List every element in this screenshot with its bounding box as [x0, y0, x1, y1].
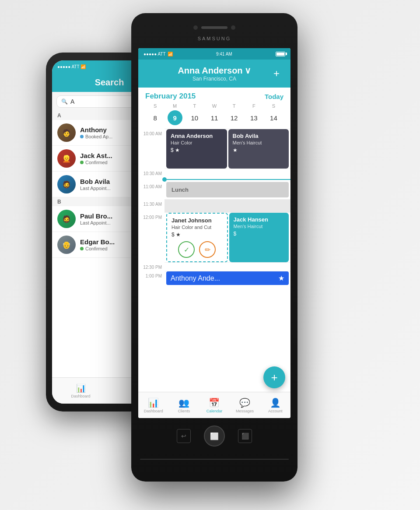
header-add-button[interactable]: + — [270, 67, 284, 81]
schedule-area: 10:00 AM Anna Anderson Hair Color $ ★ Bo… — [138, 129, 290, 398]
search-value: A — [70, 98, 74, 105]
status-dot — [80, 135, 84, 138]
appointment-anthony[interactable]: Anthony Ande... ★ — [166, 271, 289, 285]
time-label-1pm: 1:00 PM — [138, 271, 164, 278]
date-9-active[interactable]: 9 — [168, 110, 182, 125]
nav-label-dashboard: Dashboard — [71, 394, 90, 398]
date-10[interactable]: 10 — [187, 110, 202, 125]
day-label-f: F — [246, 103, 261, 109]
nav-label: Dashboard — [144, 409, 163, 413]
battery-icon — [276, 52, 285, 56]
calendar-day-labels: S M T W T F S — [138, 103, 290, 109]
header-client-name: Anna Anderson — [178, 66, 242, 76]
edit-button[interactable]: ✏ — [199, 241, 216, 258]
slot-1130am — [164, 199, 290, 212]
nav-item-account[interactable]: 👤 Account — [260, 392, 290, 418]
appt-service: Hair Color — [171, 140, 223, 145]
calendar-dates: 8 9 10 11 12 13 14 — [138, 109, 290, 129]
slot-12pm: Janet Johnson Hair Color and Cut $ ★ ✓ ✏… — [164, 212, 290, 262]
avatar: 🧔 — [57, 175, 76, 193]
time-slot-1230pm: 12:30 PM — [138, 262, 290, 271]
day-label-t1: T — [187, 103, 202, 109]
time-slot-1130am: 11:30 AM — [138, 199, 290, 212]
calendar-month: February 2015 — [145, 92, 196, 101]
nav-item-messages[interactable]: 💬 Messages — [230, 392, 260, 418]
day-label-m: M — [168, 103, 182, 109]
appointment-jack-hansen[interactable]: Jack Hansen Men's Haircut $ — [229, 213, 289, 262]
samsung-bottom-nav: 📊 Dashboard 👥 Clients 📅 Calendar 💬 Messa… — [138, 392, 290, 418]
lunch-block: Lunch — [166, 182, 289, 197]
date-11[interactable]: 11 — [207, 110, 222, 125]
scene: ●●●●● ATT 📶 Search 🔍 A A 🧑 — [0, 0, 420, 510]
time-dot — [162, 177, 167, 182]
current-time-indicator — [138, 177, 290, 182]
appointment-bob-avila[interactable]: Bob Avila Men's Haircut ★ — [228, 129, 289, 169]
appt-service: Men's Haircut — [233, 140, 285, 145]
time-slot-1pm: 1:00 PM Anthony Ande... ★ — [138, 271, 290, 288]
calendar-icon: 📅 — [209, 397, 220, 408]
app-header-name[interactable]: Anna Anderson ∨ — [178, 65, 251, 76]
time-slot-12pm: 12:00 PM Janet Johnson Hair Color and Cu… — [138, 212, 290, 262]
android-time: 9:41 AM — [216, 52, 232, 56]
nav-item-clients[interactable]: 👥 Clients — [169, 392, 200, 418]
nav-item-dashboard[interactable]: 📊 Dashboard — [138, 392, 169, 418]
slot-10am: Anna Anderson Hair Color $ ★ Bob Avila M… — [164, 129, 290, 169]
time-line — [167, 179, 290, 180]
sensor-dot — [231, 25, 235, 30]
time-label-1030am: 10:30 AM — [138, 169, 164, 176]
header-location: San Francisco, CA — [178, 76, 251, 82]
header-center: Anna Anderson ∨ San Francisco, CA — [178, 65, 251, 82]
iphone-header-title: Search — [95, 77, 124, 88]
avatar: 🧑 — [57, 123, 76, 142]
slot-1pm: Anthony Ande... ★ — [164, 271, 290, 288]
samsung-brand-label: SAMSUNG — [198, 36, 231, 41]
action-icons: ✓ ✏ — [172, 241, 223, 258]
date-13[interactable]: 13 — [246, 110, 261, 125]
time-slot-1030am: 10:30 AM — [138, 169, 290, 177]
android-status-bar: ●●●●● ATT 📶 9:41 AM — [138, 48, 290, 60]
time-label-1230pm: 12:30 PM — [138, 262, 164, 270]
home-button[interactable]: ⬜ — [204, 426, 225, 447]
nav-label: Calendar — [206, 409, 223, 413]
time-slot-11am: 11:00 AM Lunch — [138, 182, 290, 199]
nav-item-calendar[interactable]: 📅 Calendar — [199, 392, 230, 418]
calendar-today-button[interactable]: Today — [265, 93, 284, 100]
samsung-camera-area — [193, 25, 235, 30]
date-12[interactable]: 12 — [227, 110, 242, 125]
appt-icons: $ ★ — [171, 147, 223, 153]
day-label-s1: S — [148, 103, 163, 109]
appt-client-name: Jack Hansen — [234, 216, 285, 223]
date-8[interactable]: 8 — [148, 110, 163, 125]
add-icon: + — [273, 67, 280, 80]
appt-service: Men's Haircut — [234, 224, 285, 229]
recents-button[interactable]: ⬛ — [238, 429, 252, 443]
nav-label: Clients — [178, 409, 190, 413]
samsung-device: SAMSUNG ●●●●● ATT 📶 9:41 AM — [131, 13, 298, 482]
status-left: ●●●●● ATT 📶 — [144, 52, 173, 56]
appointments-10am: Anna Anderson Hair Color $ ★ Bob Avila M… — [166, 129, 289, 169]
date-14[interactable]: 14 — [266, 110, 281, 125]
appt-star-icon: ★ — [278, 274, 284, 282]
confirm-button[interactable]: ✓ — [178, 241, 195, 258]
time-slot-10am: 10:00 AM Anna Anderson Hair Color $ ★ Bo… — [138, 129, 290, 169]
time-label-11am: 11:00 AM — [138, 182, 164, 189]
app-header: Anna Anderson ∨ San Francisco, CA + — [138, 60, 290, 88]
recents-icon: ⬛ — [242, 433, 249, 440]
appointment-anna-anderson[interactable]: Anna Anderson Hair Color $ ★ — [166, 129, 227, 169]
calendar-header: February 2015 Today — [138, 88, 290, 103]
nav-item-dashboard[interactable]: 📊 Dashboard — [52, 378, 109, 404]
fab-add-button[interactable]: + — [263, 366, 285, 388]
battery-fill — [276, 53, 284, 56]
android-carrier: ●●●●● ATT — [144, 52, 166, 56]
avatar: 👴 — [57, 236, 76, 254]
back-button[interactable]: ↩ — [177, 429, 191, 443]
time-label-1130am: 11:30 AM — [138, 199, 164, 207]
appointment-janet-johnson[interactable]: Janet Johnson Hair Color and Cut $ ★ ✓ ✏ — [166, 213, 228, 262]
time-label-12pm: 12:00 PM — [138, 212, 164, 220]
appt-client-name: Bob Avila — [233, 133, 285, 139]
camera-dot — [193, 25, 198, 30]
search-icon: 🔍 — [61, 98, 68, 105]
appt-service: Hair Color and Cut — [172, 225, 223, 230]
iphone-wifi-icon: 📶 — [80, 64, 86, 69]
samsung-bottom-bar — [140, 459, 289, 460]
